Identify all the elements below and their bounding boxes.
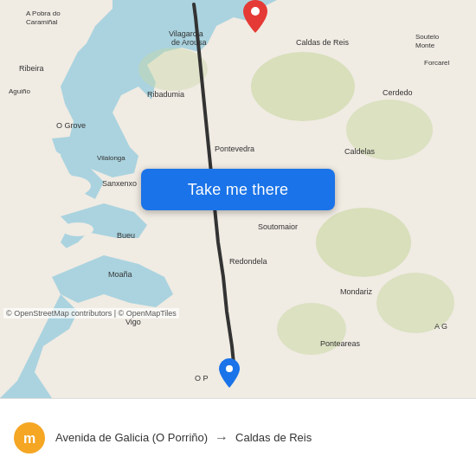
svg-text:A Pobra do: A Pobra do <box>26 10 61 17</box>
take-me-there-label: Take me there <box>188 181 289 199</box>
svg-text:Monte: Monte <box>415 42 435 49</box>
svg-text:O Grove: O Grove <box>56 121 86 130</box>
svg-text:Mondariz: Mondariz <box>340 287 373 296</box>
svg-point-41 <box>251 7 260 16</box>
svg-text:Ribadumia: Ribadumia <box>147 90 184 99</box>
svg-text:de Arousa: de Arousa <box>171 38 207 47</box>
svg-point-9 <box>251 52 355 121</box>
svg-text:Redondela: Redondela <box>229 257 267 266</box>
take-me-there-button[interactable]: Take me there <box>141 169 335 210</box>
footer-content: m Avenida de Galicia (O Porriño) → Calda… <box>14 422 462 453</box>
svg-text:Vilagarcía: Vilagarcía <box>169 29 203 38</box>
svg-text:Moaña: Moaña <box>108 270 132 279</box>
svg-text:Caramiñal: Caramiñal <box>26 18 58 26</box>
svg-point-42 <box>226 365 233 372</box>
map-attribution: © OpenStreetMap contributors | © OpenMap… <box>3 308 179 318</box>
route-info: Avenida de Galicia (O Porriño) → Caldas … <box>55 430 462 446</box>
svg-point-14 <box>138 48 208 91</box>
svg-text:Ponteareas: Ponteareas <box>320 339 361 348</box>
svg-text:A G: A G <box>434 322 447 331</box>
svg-text:Pontevedra: Pontevedra <box>215 145 254 153</box>
svg-point-8 <box>62 222 93 236</box>
origin-text: Avenida de Galicia (O Porriño) <box>55 431 208 444</box>
footer: m Avenida de Galicia (O Porriño) → Calda… <box>0 398 476 476</box>
svg-point-11 <box>316 208 411 277</box>
svg-text:Sanxenxo: Sanxenxo <box>102 179 137 188</box>
svg-text:Cerdedo: Cerdedo <box>383 88 413 97</box>
svg-text:Soutomaior: Soutomaior <box>258 222 298 231</box>
svg-text:Caldas de Reis: Caldas de Reis <box>296 38 350 47</box>
svg-text:m: m <box>23 431 35 446</box>
svg-text:Vigo: Vigo <box>125 318 141 326</box>
moovit-logo: m <box>14 422 45 453</box>
svg-text:Soutelo: Soutelo <box>415 33 440 41</box>
destination-text: Caldas de Reis <box>235 431 312 444</box>
arrow-icon: → <box>215 430 228 446</box>
svg-text:Forcarel: Forcarel <box>424 59 450 67</box>
svg-text:Aguiño: Aguiño <box>9 87 30 95</box>
svg-point-7 <box>30 199 65 216</box>
svg-text:Bueu: Bueu <box>117 231 135 240</box>
svg-point-6 <box>48 176 91 196</box>
svg-text:Caldelas: Caldelas <box>344 147 376 156</box>
map-container: Vilagarcía de Arousa Caldas de Reis Pont… <box>0 0 476 398</box>
svg-text:Vilalonga: Vilalonga <box>97 154 125 162</box>
svg-text:Ribeira: Ribeira <box>19 64 44 73</box>
svg-text:O P: O P <box>195 374 209 383</box>
